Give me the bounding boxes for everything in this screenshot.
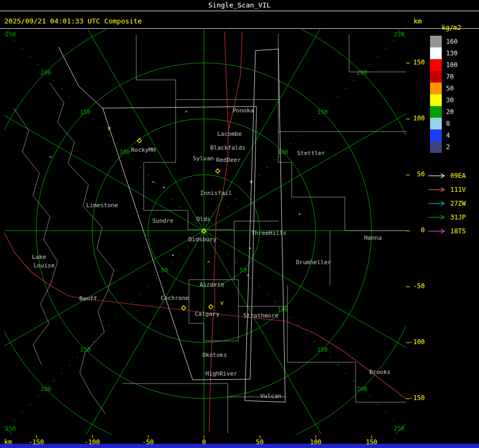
legend-color-swatch [430, 36, 442, 47]
x-axis-tick-label: -100 [79, 438, 105, 446]
radar-legend-item: 31JP [428, 210, 479, 224]
x-axis-tick-label: -150 [23, 438, 49, 446]
y-axis-tick-label: 0 [407, 226, 425, 234]
range-minor-tick [290, 317, 291, 318]
range-minor-tick [77, 104, 78, 105]
legend-level-value: 70 [446, 73, 453, 80]
range-minor-tick [219, 214, 220, 215]
radar-arrow-icon [428, 173, 447, 179]
range-minor-tick [251, 278, 252, 279]
range-ring-label: 50 [240, 267, 247, 274]
county-boundary [14, 108, 57, 365]
range-minor-tick [101, 127, 102, 128]
highway-road [213, 314, 406, 399]
range-minor-tick [29, 404, 30, 405]
county-boundary [292, 197, 406, 231]
range-minor-tick [93, 119, 94, 120]
storm-direction-marker: v [108, 125, 111, 131]
range-minor-tick [314, 119, 315, 120]
radar-legend-item: 27ZW [428, 197, 479, 210]
range-minor-tick [314, 341, 315, 342]
storm-cell-marker [181, 306, 186, 310]
city-label: Brooks [369, 369, 391, 376]
range-minor-tick [187, 246, 188, 247]
range-minor-tick [345, 372, 346, 373]
legend-color-swatch [430, 83, 442, 94]
range-minor-tick [259, 175, 260, 176]
range-minor-tick [377, 404, 378, 405]
radar-id-label: 111V [450, 186, 466, 193]
radar-arrow-icon [428, 186, 447, 193]
x-axis-tick-label: 150 [359, 438, 384, 446]
legend-color-swatch [430, 94, 442, 106]
x-axis-tick-label: 0 [191, 438, 217, 446]
range-minor-tick [219, 246, 220, 247]
range-minor-tick [353, 80, 354, 81]
legend-color-swatch [430, 71, 442, 83]
county-boundary [278, 34, 292, 197]
town-dot-marker [163, 187, 165, 189]
window-titlebar[interactable]: Single_Scan_VIL [0, 0, 479, 11]
range-ring-label: 250 [5, 425, 16, 432]
county-boundary [49, 83, 114, 414]
legend-level-value: 50 [446, 85, 453, 92]
x-axis-tick-label: 50 [247, 438, 272, 446]
town-symbol-marker: ^ [207, 260, 210, 266]
bottom-scrollbar[interactable] [0, 444, 479, 448]
city-label: Didsbury [188, 236, 217, 243]
y-axis-tick-label: -50 [407, 282, 425, 290]
town-symbol-marker: * [249, 179, 253, 186]
range-minor-tick [180, 207, 181, 208]
range-ring-label: 250 [394, 31, 404, 38]
highway-road [4, 233, 213, 314]
city-label: Olds [196, 216, 211, 223]
radar-id-label: 27ZW [450, 200, 466, 207]
legend-level-value: 100 [446, 61, 458, 69]
storm-cell-marker [209, 305, 213, 309]
range-ring-label: 100 [278, 306, 288, 313]
legend-color-swatch [430, 47, 442, 59]
county-boundary [349, 35, 406, 72]
storm-cell-marker [216, 169, 220, 173]
county-boundary [136, 35, 278, 100]
radar-id-label: 09EA [450, 172, 466, 180]
range-minor-tick [338, 96, 339, 97]
city-label: HighRiver [205, 370, 237, 377]
city-label: RockyMH [131, 146, 155, 153]
range-ring-label: 200 [357, 69, 367, 76]
city-label: Airdrie [200, 281, 224, 288]
legend-color-swatch [430, 106, 442, 118]
legend-level-row: 160 [428, 36, 479, 47]
legend-color-swatch [430, 129, 442, 141]
range-minor-tick [132, 302, 133, 303]
scan-timestamp: 2025/09/21 04:01:33 UTC Composite [4, 17, 142, 25]
legend-level-row: 20 [428, 106, 479, 118]
range-minor-tick [148, 286, 149, 287]
range-minor-tick [259, 286, 260, 287]
legend-color-swatch [430, 59, 442, 71]
range-spoke [4, 231, 204, 380]
x-axis-tick-label: -50 [135, 438, 161, 446]
city-label: RedDeer [216, 157, 241, 164]
radar-arrow-icon [428, 214, 447, 221]
range-minor-tick [306, 333, 307, 334]
legend-level-value: 20 [446, 108, 453, 116]
range-minor-tick [156, 278, 157, 279]
town-dot-marker [250, 248, 251, 249]
range-minor-tick [109, 135, 110, 136]
range-minor-tick [117, 317, 118, 318]
city-label: Hanna [364, 234, 382, 241]
range-minor-tick [172, 199, 173, 200]
range-minor-tick [211, 222, 212, 223]
radar-map-viewport[interactable]: 1001502002501001502002505010015020025050… [4, 29, 406, 434]
city-label: Cochrane [161, 295, 189, 302]
range-minor-tick [117, 143, 118, 144]
legend-level-value: 130 [446, 50, 458, 57]
county-boundary [122, 384, 228, 433]
legend-level-value: 30 [446, 96, 453, 104]
highway-road [228, 31, 242, 131]
range-minor-tick [267, 294, 268, 295]
range-minor-tick [53, 380, 54, 381]
legend-level-value: 8 [446, 120, 450, 127]
legend-color-scale: 16013010070503020842 [428, 36, 479, 153]
